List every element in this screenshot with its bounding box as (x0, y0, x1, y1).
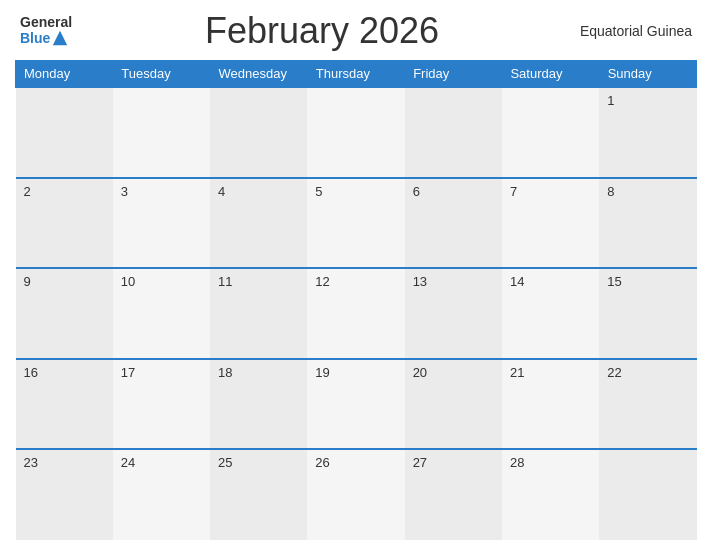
date-number: 27 (413, 455, 427, 470)
day-cell: 21 (502, 359, 599, 450)
day-cell (599, 449, 696, 540)
week-row-4: 232425262728 (16, 449, 697, 540)
day-cell: 15 (599, 268, 696, 359)
day-cell: 13 (405, 268, 502, 359)
day-cell: 2 (16, 178, 113, 269)
date-number: 26 (315, 455, 329, 470)
date-number: 20 (413, 365, 427, 380)
day-cell: 16 (16, 359, 113, 450)
logo: General Blue (20, 15, 72, 47)
month-title: February 2026 (72, 10, 572, 52)
day-cell: 19 (307, 359, 404, 450)
date-number: 22 (607, 365, 621, 380)
day-cell: 3 (113, 178, 210, 269)
date-number: 4 (218, 184, 225, 199)
day-cell: 10 (113, 268, 210, 359)
date-number: 16 (24, 365, 38, 380)
date-number: 18 (218, 365, 232, 380)
day-cell (113, 87, 210, 178)
day-cell: 24 (113, 449, 210, 540)
svg-marker-0 (53, 31, 67, 45)
date-number: 21 (510, 365, 524, 380)
day-cell (16, 87, 113, 178)
week-row-0: 1 (16, 87, 697, 178)
day-cell: 1 (599, 87, 696, 178)
day-cell: 22 (599, 359, 696, 450)
day-cell: 25 (210, 449, 307, 540)
date-number: 23 (24, 455, 38, 470)
day-monday: Monday (16, 61, 113, 88)
day-cell: 27 (405, 449, 502, 540)
day-friday: Friday (405, 61, 502, 88)
logo-icon (51, 29, 69, 47)
date-number: 8 (607, 184, 614, 199)
day-cell: 18 (210, 359, 307, 450)
day-cell (405, 87, 502, 178)
day-cell: 7 (502, 178, 599, 269)
date-number: 3 (121, 184, 128, 199)
day-cell: 8 (599, 178, 696, 269)
day-sunday: Sunday (599, 61, 696, 88)
day-cell (502, 87, 599, 178)
date-number: 6 (413, 184, 420, 199)
week-row-3: 16171819202122 (16, 359, 697, 450)
day-cell: 17 (113, 359, 210, 450)
day-cell: 12 (307, 268, 404, 359)
calendar-header: General Blue February 2026 Equatorial Gu… (15, 10, 697, 52)
day-cell: 26 (307, 449, 404, 540)
date-number: 15 (607, 274, 621, 289)
date-number: 10 (121, 274, 135, 289)
logo-blue-text: Blue (20, 31, 50, 45)
day-cell: 5 (307, 178, 404, 269)
date-number: 11 (218, 274, 232, 289)
day-cell: 14 (502, 268, 599, 359)
date-number: 24 (121, 455, 135, 470)
day-cell: 4 (210, 178, 307, 269)
day-cell: 23 (16, 449, 113, 540)
day-cell (210, 87, 307, 178)
date-number: 2 (24, 184, 31, 199)
day-thursday: Thursday (307, 61, 404, 88)
days-header-row: Monday Tuesday Wednesday Thursday Friday… (16, 61, 697, 88)
week-row-1: 2345678 (16, 178, 697, 269)
day-wednesday: Wednesday (210, 61, 307, 88)
date-number: 13 (413, 274, 427, 289)
date-number: 17 (121, 365, 135, 380)
day-cell (307, 87, 404, 178)
week-row-2: 9101112131415 (16, 268, 697, 359)
day-cell: 20 (405, 359, 502, 450)
day-cell: 9 (16, 268, 113, 359)
country-name: Equatorial Guinea (572, 23, 692, 39)
day-cell: 28 (502, 449, 599, 540)
calendar-container: General Blue February 2026 Equatorial Gu… (0, 0, 712, 550)
date-number: 7 (510, 184, 517, 199)
date-number: 12 (315, 274, 329, 289)
date-number: 1 (607, 93, 614, 108)
day-tuesday: Tuesday (113, 61, 210, 88)
date-number: 14 (510, 274, 524, 289)
date-number: 28 (510, 455, 524, 470)
day-saturday: Saturday (502, 61, 599, 88)
day-cell: 11 (210, 268, 307, 359)
date-number: 25 (218, 455, 232, 470)
date-number: 9 (24, 274, 31, 289)
date-number: 19 (315, 365, 329, 380)
date-number: 5 (315, 184, 322, 199)
calendar-table: Monday Tuesday Wednesday Thursday Friday… (15, 60, 697, 540)
day-cell: 6 (405, 178, 502, 269)
logo-general-text: General (20, 15, 72, 29)
